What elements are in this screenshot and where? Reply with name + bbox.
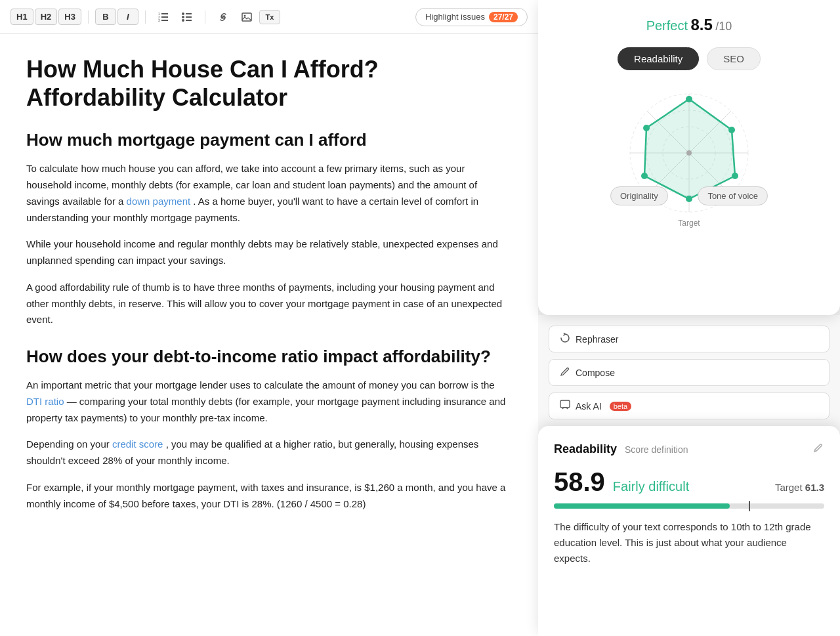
toolbar-separator-1 (88, 11, 89, 24)
readability-score-number: 58.9 (554, 467, 605, 497)
h3-button[interactable]: H3 (58, 9, 81, 25)
score-tabs: Readability SEO (554, 47, 824, 70)
highlight-issues-button[interactable]: Highlight issues 27/27 (415, 8, 528, 26)
heading-group: H1 H2 H3 (10, 9, 81, 25)
link-icon (217, 11, 229, 23)
score-overlay: Perfect 8.5 /10 Readability SEO (538, 0, 840, 315)
image-button[interactable] (236, 9, 258, 26)
svg-point-13 (243, 14, 245, 16)
svg-point-24 (732, 173, 738, 179)
tone-of-voice-button[interactable]: Tone of voice (698, 186, 768, 205)
unordered-list-icon (181, 11, 193, 23)
edit-icon[interactable] (812, 442, 824, 457)
article-title: How Much House Can I Afford? Affordabili… (26, 55, 512, 112)
radar-chart: Target Originality Tone of voice (617, 81, 761, 225)
paragraph-6: For example, if your monthly mortgage pa… (26, 480, 512, 513)
h1-button[interactable]: H1 (10, 9, 33, 25)
h2-button[interactable]: H2 (35, 9, 58, 25)
readability-difficulty-label: Fairly difficult (613, 479, 689, 494)
editor-content[interactable]: How Much House Can I Afford? Affordabili… (0, 34, 538, 636)
score-header: Perfect 8.5 /10 (554, 16, 824, 34)
svg-point-7 (182, 16, 184, 18)
bold-button[interactable]: B (95, 9, 116, 25)
progress-bar-fill (554, 503, 730, 509)
italic-button[interactable]: I (117, 9, 138, 25)
list-group: 1 2 3 (152, 9, 198, 26)
clear-format-button[interactable]: Tx (259, 10, 280, 24)
image-icon (241, 11, 253, 23)
svg-point-8 (182, 19, 184, 22)
readability-description: The difficulty of your text corresponds … (554, 519, 824, 566)
tab-readability[interactable]: Readability (618, 47, 699, 70)
toolbar: H1 H2 H3 B I 1 2 3 (0, 0, 538, 34)
compose-icon (560, 366, 570, 379)
score-label: Perfect (646, 18, 688, 33)
readability-panel: Readability Score definition 58.9 Fairly… (538, 426, 840, 636)
paragraph-3: A good affordability rule of thumb is to… (26, 280, 512, 328)
paragraph-1: To calculate how much house you can affo… (26, 161, 512, 226)
ask-ai-badge: beta (610, 402, 631, 411)
rephraser-button[interactable]: Rephraser (549, 326, 830, 352)
svg-text:3: 3 (158, 18, 160, 22)
highlight-count: 27/27 (489, 12, 518, 22)
score-max: /10 (715, 20, 732, 33)
ordered-list-button[interactable]: 1 2 3 (152, 9, 175, 26)
highlight-label: Highlight issues (425, 12, 485, 22)
readability-panel-header: Readability Score definition (554, 442, 824, 457)
svg-point-27 (643, 125, 650, 131)
svg-point-6 (182, 12, 184, 15)
score-definition-link[interactable]: Score definition (625, 444, 688, 455)
compose-button[interactable]: Compose (549, 359, 830, 386)
ordered-list-icon: 1 2 3 (158, 11, 169, 23)
format-group: B I (95, 9, 138, 25)
credit-score-link[interactable]: credit score (112, 438, 163, 450)
svg-point-26 (641, 173, 648, 179)
originality-button[interactable]: Originality (610, 186, 668, 205)
link-button[interactable] (212, 9, 234, 26)
rephraser-icon (560, 333, 570, 345)
ask-ai-button[interactable]: Ask AI beta (549, 392, 830, 419)
tab-seo[interactable]: SEO (707, 47, 761, 70)
section-heading-2: How does your debt-to-income ratio impac… (26, 347, 512, 367)
paragraph-5: Depending on your credit score , you may… (26, 436, 512, 469)
svg-point-28 (686, 150, 692, 156)
svg-point-23 (728, 127, 735, 133)
toolbar-separator-2 (145, 11, 146, 24)
svg-point-25 (686, 196, 692, 202)
dti-link[interactable]: DTI ratio (26, 396, 64, 407)
svg-point-22 (686, 96, 692, 102)
paragraph-2: While your household income and regular … (26, 236, 512, 269)
ask-ai-icon (560, 400, 570, 412)
readability-score-row: 58.9 Fairly difficult Target 61.3 (554, 467, 824, 497)
section-heading-1: How much mortgage payment can I afford (26, 130, 512, 150)
score-value: 8.5 (690, 16, 712, 33)
readability-panel-title: Readability (554, 442, 617, 456)
readability-target: Target 61.3 (775, 482, 824, 493)
readability-progress-bar (554, 503, 824, 509)
editor-container: H1 H2 H3 B I 1 2 3 (0, 0, 538, 636)
down-payment-link[interactable]: down payment (127, 196, 191, 207)
paragraph-4: An important metric that your mortgage l… (26, 377, 512, 426)
toolbar-separator-3 (205, 11, 205, 24)
target-label: Target (678, 219, 700, 228)
unordered-list-button[interactable] (176, 9, 198, 26)
svg-rect-29 (560, 400, 570, 408)
insert-group: Tx (212, 9, 280, 26)
target-marker (749, 501, 750, 511)
svg-rect-12 (242, 13, 251, 21)
